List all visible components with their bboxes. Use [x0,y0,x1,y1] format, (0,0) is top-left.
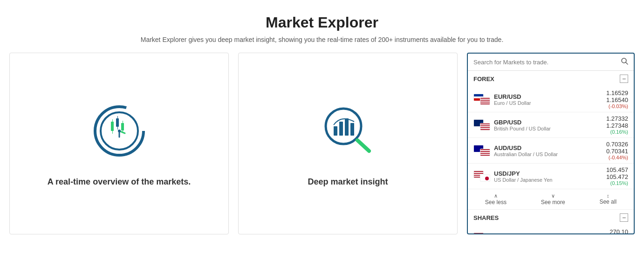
page-title: Market Explorer [9,14,635,31]
aud-usd-symbol: AUD/USD [494,144,606,151]
table-row[interactable]: GBP/USD British Pound / US Dollar 1.2733… [468,112,634,138]
gbp-usd-change: (0.16%) [606,129,628,135]
usd-jpy-prices: 105.457 105.472 (0.15%) [606,166,628,186]
usd-flag2 [480,123,490,130]
svg-line-19 [357,140,369,151]
bab-usd-flags [473,233,490,233]
eur-usd-name: Euro / US Dollar [494,100,606,106]
aud-usd-prices: 0.70326 0.70341 (-0.44%) [606,141,628,160]
usd-flag3 [480,149,490,156]
market-list: FOREX − EUR/USD Euro / US Dollar 1.16529 [468,71,634,233]
aud-usd-change: (-0.44%) [606,155,628,160]
svg-point-14 [326,109,361,144]
svg-rect-15 [334,126,337,136]
expand-icon: ↕ [607,193,610,199]
usd-flag [480,97,490,105]
bab-flag [473,233,484,233]
magnifier-icon [318,101,378,163]
aud-usd-name: Australian Dollar / US Dollar [494,151,606,157]
forex-title: FOREX [473,75,494,82]
usd-jpy-bid: 105.457 [606,166,628,173]
eur-usd-symbol: EUR/USD [494,93,606,100]
gbp-usd-prices: 1.27332 1.27348 (0.16%) [606,115,628,135]
shares-section-header: SHARES − [468,210,634,226]
svg-point-13 [118,130,121,132]
shares-title: SHARES [473,214,499,221]
search-icon [621,57,628,65]
bab-usd-info: BAB/USD Alibaba (BAB) / US Dollar [494,232,609,234]
table-row[interactable]: USD/JPY US Dollar / Japanese Yen 105.457… [468,164,634,189]
search-input[interactable] [468,54,615,70]
market-panel: FOREX − EUR/USD Euro / US Dollar 1.16529 [467,53,635,234]
page-header: Market Explorer Market Explorer gives yo… [9,14,635,43]
bab-usd-symbol: BAB/USD [494,232,609,234]
eur-usd-prices: 1.16529 1.16540 (-0.03%) [606,89,628,109]
svg-rect-8 [121,123,124,130]
eur-usd-ask: 1.16540 [606,96,628,103]
svg-rect-6 [117,116,118,119]
usd-jpy-flags [473,171,490,182]
search-bar[interactable] [468,54,634,71]
eur-usd-flags [473,94,490,105]
aud-usd-flags [473,145,490,156]
gbp-usd-info: GBP/USD British Pound / US Dollar [494,119,606,131]
svg-rect-5 [116,118,119,127]
up-arrow-icon: ∧ [494,193,498,199]
see-less-label: See less [485,199,507,206]
table-row[interactable]: BAB/USD Alibaba (BAB) / US Dollar 270.10… [468,226,634,233]
gbp-usd-name: British Pound / US Dollar [494,126,606,131]
see-all-label: See all [599,199,617,205]
page-subtitle: Market Explorer gives you deep market in… [9,36,635,43]
table-row[interactable]: AUD/USD Australian Dollar / US Dollar 0.… [468,138,634,164]
eur-usd-bid: 1.16529 [606,89,628,96]
eur-usd-change: (-0.03%) [606,103,628,109]
insight-card: Deep market insight [238,53,458,234]
usd-jpy-symbol: USD/JPY [494,170,606,177]
realtime-card: A real-time overview of the markets. [9,53,229,234]
usd-jpy-info: USD/JPY US Dollar / Japanese Yen [494,170,606,183]
insight-card-label: Deep market insight [308,177,388,187]
clock-icon [89,101,150,163]
search-button[interactable] [615,54,634,70]
usd-jpy-change: (0.15%) [606,180,628,186]
forex-collapse-btn[interactable]: − [620,75,628,83]
svg-rect-18 [350,123,354,136]
svg-rect-9 [123,121,123,123]
svg-rect-16 [339,122,343,136]
aud-usd-ask: 0.70341 [606,148,628,155]
usd-jpy-name: US Dollar / Japanese Yen [494,177,606,183]
svg-rect-4 [112,131,113,134]
svg-rect-3 [112,119,113,122]
realtime-card-label: A real-time overview of the markets. [48,177,191,187]
gbp-usd-flags [473,119,490,130]
forex-see-controls: ∧ See less ∨ See more ↕ See all [468,189,634,210]
svg-rect-7 [117,127,118,130]
svg-line-21 [626,62,628,64]
aud-usd-info: AUD/USD Australian Dollar / US Dollar [494,144,606,157]
bab-usd-bid: 270.10 [609,228,628,233]
gbp-usd-symbol: GBP/USD [494,119,606,126]
table-row[interactable]: EUR/USD Euro / US Dollar 1.16529 1.16540… [468,87,634,112]
usd-jpy-ask: 105.472 [606,173,628,180]
forex-section-header: FOREX − [468,71,634,87]
gbp-usd-bid: 1.27332 [606,115,628,122]
bab-usd-prices: 270.10 270.40 (-0.95%) [609,228,628,233]
svg-rect-2 [111,122,114,131]
see-more-label: See more [541,199,565,206]
shares-collapse-btn[interactable]: − [620,213,628,222]
see-more-btn[interactable]: ∨ See more [537,192,569,206]
eur-usd-info: EUR/USD Euro / US Dollar [494,93,606,106]
down-arrow-icon: ∨ [551,193,555,199]
jp-circle [485,177,489,180]
gbp-usd-ask: 1.27348 [606,122,628,129]
see-all-btn[interactable]: ↕ See all [596,192,620,206]
see-less-btn[interactable]: ∧ See less [481,192,510,206]
svg-rect-17 [345,118,349,136]
main-content: A real-time overview of the markets. [9,53,635,234]
aud-usd-bid: 0.70326 [606,141,628,148]
